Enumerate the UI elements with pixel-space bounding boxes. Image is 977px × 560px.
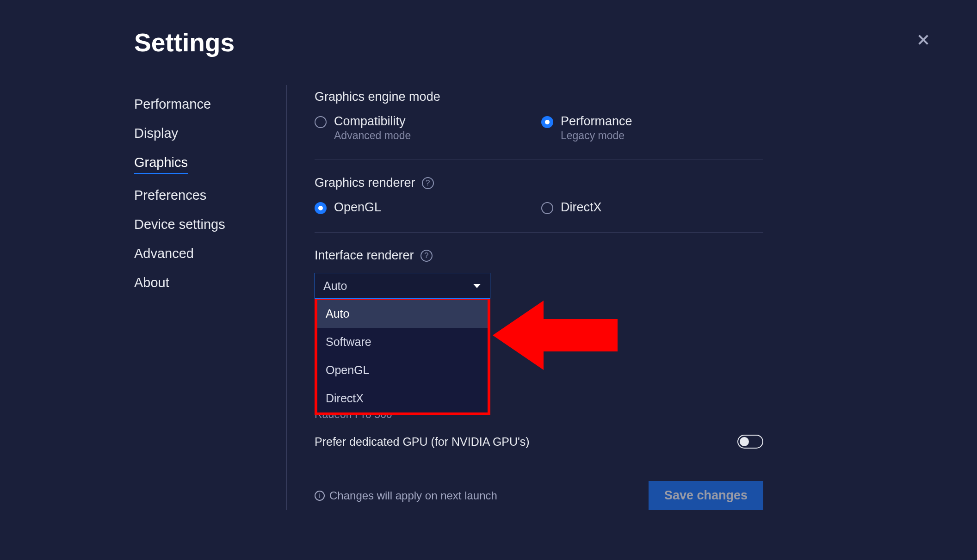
sidebar-item-label: Graphics xyxy=(134,155,188,174)
sidebar-item-label: Performance xyxy=(134,97,211,111)
renderer-directx[interactable]: DirectX xyxy=(541,200,763,215)
main-content: Graphics engine mode Compatibility Advan… xyxy=(287,85,763,510)
sidebar-item-label: About xyxy=(134,275,169,290)
radio-icon xyxy=(315,202,327,214)
sidebar-item-advanced[interactable]: Advanced xyxy=(134,239,286,268)
arrow-left-icon xyxy=(493,296,622,375)
engine-mode-title: Graphics engine mode xyxy=(315,90,763,104)
radio-label: DirectX xyxy=(561,200,602,215)
caret-down-icon xyxy=(473,284,481,288)
sidebar-item-device-settings[interactable]: Device settings xyxy=(134,210,286,239)
footer-note: i Changes will apply on next launch xyxy=(315,489,497,502)
engine-mode-group: Compatibility Advanced mode Performance … xyxy=(315,114,763,142)
close-icon xyxy=(916,32,931,47)
svg-marker-0 xyxy=(493,301,618,370)
interface-renderer-select-wrap: Auto Auto Software OpenGL DirectX xyxy=(315,273,490,299)
dropdown-option-opengl[interactable]: OpenGL xyxy=(317,356,488,384)
radio-label: Performance xyxy=(561,114,632,129)
page-title: Settings xyxy=(134,28,940,57)
help-icon[interactable]: ? xyxy=(422,177,434,189)
radio-text: Compatibility Advanced mode xyxy=(334,114,411,142)
sidebar-item-performance[interactable]: Performance xyxy=(134,90,286,119)
save-button[interactable]: Save changes xyxy=(649,481,763,510)
sidebar-item-display[interactable]: Display xyxy=(134,119,286,148)
prefer-gpu-toggle[interactable] xyxy=(737,435,763,449)
radio-label: Compatibility xyxy=(334,114,411,129)
radio-icon xyxy=(541,116,553,128)
radio-sublabel: Legacy mode xyxy=(561,129,632,142)
interface-renderer-title: Interface renderer ? xyxy=(315,248,763,263)
radio-text: OpenGL xyxy=(334,200,381,215)
sidebar-item-preferences[interactable]: Preferences xyxy=(134,181,286,210)
radio-sublabel: Advanced mode xyxy=(334,129,411,142)
info-icon: i xyxy=(315,491,325,501)
sidebar-item-label: Preferences xyxy=(134,188,206,203)
divider xyxy=(315,232,763,233)
radio-icon xyxy=(315,116,327,128)
engine-mode-performance[interactable]: Performance Legacy mode xyxy=(541,114,763,142)
radio-icon xyxy=(541,202,553,214)
radio-label: OpenGL xyxy=(334,200,381,215)
interface-renderer-select[interactable]: Auto xyxy=(315,273,490,299)
dropdown-option-auto[interactable]: Auto xyxy=(317,300,488,328)
close-button[interactable] xyxy=(916,32,931,47)
sidebar-item-label: Advanced xyxy=(134,246,194,261)
select-value: Auto xyxy=(323,279,347,293)
graphics-renderer-title: Graphics renderer ? xyxy=(315,176,763,190)
dropdown-option-software[interactable]: Software xyxy=(317,328,488,356)
prefer-gpu-row: Prefer dedicated GPU (for NVIDIA GPU's) xyxy=(315,435,763,449)
section-title-label: Graphics engine mode xyxy=(315,90,440,104)
sidebar-item-label: Display xyxy=(134,126,178,141)
prefer-gpu-label: Prefer dedicated GPU (for NVIDIA GPU's) xyxy=(315,435,530,449)
footer-note-text: Changes will apply on next launch xyxy=(329,489,497,502)
engine-mode-compatibility[interactable]: Compatibility Advanced mode xyxy=(315,114,537,142)
sidebar: Performance Display Graphics Preferences… xyxy=(134,85,287,510)
help-icon[interactable]: ? xyxy=(420,250,433,262)
renderer-opengl[interactable]: OpenGL xyxy=(315,200,537,215)
radio-text: Performance Legacy mode xyxy=(561,114,632,142)
dropdown-option-directx[interactable]: DirectX xyxy=(317,384,488,412)
section-title-label: Interface renderer xyxy=(315,248,414,263)
divider xyxy=(315,160,763,160)
sidebar-item-label: Device settings xyxy=(134,217,225,232)
sidebar-item-graphics[interactable]: Graphics xyxy=(134,148,286,181)
section-title-label: Graphics renderer xyxy=(315,176,415,190)
radio-text: DirectX xyxy=(561,200,602,215)
interface-renderer-dropdown: Auto Software OpenGL DirectX xyxy=(315,299,490,415)
graphics-renderer-group: OpenGL DirectX xyxy=(315,200,763,215)
sidebar-item-about[interactable]: About xyxy=(134,268,286,297)
footer: i Changes will apply on next launch Save… xyxy=(315,481,763,510)
